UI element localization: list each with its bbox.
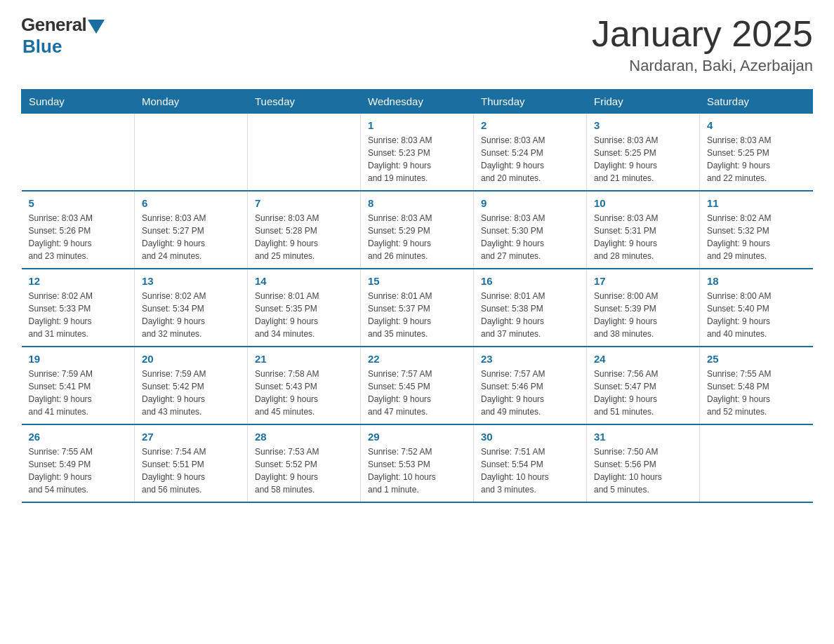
logo-blue-text: Blue bbox=[22, 36, 62, 58]
day-info: Sunrise: 8:02 AM Sunset: 5:33 PM Dayligh… bbox=[29, 290, 128, 340]
logo-general-text: General bbox=[21, 14, 86, 36]
month-title: January 2025 bbox=[592, 14, 813, 54]
location: Nardaran, Baki, Azerbaijan bbox=[592, 57, 813, 75]
calendar-cell: 7Sunrise: 8:03 AM Sunset: 5:28 PM Daylig… bbox=[248, 191, 361, 269]
day-number: 22 bbox=[368, 353, 466, 365]
day-info: Sunrise: 7:58 AM Sunset: 5:43 PM Dayligh… bbox=[255, 368, 353, 418]
day-number: 31 bbox=[594, 431, 692, 443]
title-section: January 2025 Nardaran, Baki, Azerbaijan bbox=[592, 14, 813, 75]
day-number: 25 bbox=[707, 353, 806, 365]
calendar-cell: 31Sunrise: 7:50 AM Sunset: 5:56 PM Dayli… bbox=[587, 424, 700, 502]
header-saturday: Saturday bbox=[700, 90, 813, 114]
calendar-header-row: SundayMondayTuesdayWednesdayThursdayFrid… bbox=[22, 90, 813, 114]
calendar-week-row: 1Sunrise: 8:03 AM Sunset: 5:23 PM Daylig… bbox=[22, 114, 813, 192]
day-number: 27 bbox=[142, 431, 240, 443]
day-info: Sunrise: 7:57 AM Sunset: 5:45 PM Dayligh… bbox=[368, 368, 466, 418]
calendar-cell bbox=[248, 114, 361, 192]
day-number: 4 bbox=[707, 119, 806, 131]
day-number: 28 bbox=[255, 431, 353, 443]
day-info: Sunrise: 8:03 AM Sunset: 5:25 PM Dayligh… bbox=[594, 134, 692, 185]
day-number: 17 bbox=[594, 275, 692, 287]
calendar-cell: 6Sunrise: 8:03 AM Sunset: 5:27 PM Daylig… bbox=[135, 191, 248, 269]
day-info: Sunrise: 8:03 AM Sunset: 5:27 PM Dayligh… bbox=[142, 212, 240, 262]
day-number: 3 bbox=[594, 119, 692, 131]
day-number: 20 bbox=[142, 353, 240, 365]
calendar-cell: 12Sunrise: 8:02 AM Sunset: 5:33 PM Dayli… bbox=[22, 269, 135, 347]
day-number: 19 bbox=[29, 353, 128, 365]
day-info: Sunrise: 8:01 AM Sunset: 5:35 PM Dayligh… bbox=[255, 290, 353, 340]
day-info: Sunrise: 8:00 AM Sunset: 5:39 PM Dayligh… bbox=[594, 290, 692, 340]
calendar-cell bbox=[22, 114, 135, 192]
day-info: Sunrise: 8:03 AM Sunset: 5:24 PM Dayligh… bbox=[481, 134, 579, 185]
day-info: Sunrise: 8:03 AM Sunset: 5:26 PM Dayligh… bbox=[29, 212, 128, 262]
day-number: 18 bbox=[707, 275, 806, 287]
day-info: Sunrise: 7:57 AM Sunset: 5:46 PM Dayligh… bbox=[481, 368, 579, 418]
day-info: Sunrise: 7:55 AM Sunset: 5:49 PM Dayligh… bbox=[29, 445, 128, 496]
day-info: Sunrise: 7:56 AM Sunset: 5:47 PM Dayligh… bbox=[594, 368, 692, 418]
calendar-cell: 10Sunrise: 8:03 AM Sunset: 5:31 PM Dayli… bbox=[587, 191, 700, 269]
header-monday: Monday bbox=[135, 90, 248, 114]
calendar-cell: 1Sunrise: 8:03 AM Sunset: 5:23 PM Daylig… bbox=[361, 114, 474, 192]
day-number: 26 bbox=[29, 431, 128, 443]
day-info: Sunrise: 7:51 AM Sunset: 5:54 PM Dayligh… bbox=[481, 445, 579, 496]
calendar-cell: 2Sunrise: 8:03 AM Sunset: 5:24 PM Daylig… bbox=[474, 114, 587, 192]
day-number: 14 bbox=[255, 275, 353, 287]
header-thursday: Thursday bbox=[474, 90, 587, 114]
day-number: 1 bbox=[368, 119, 466, 131]
day-number: 7 bbox=[255, 197, 353, 209]
day-number: 13 bbox=[142, 275, 240, 287]
calendar-cell: 23Sunrise: 7:57 AM Sunset: 5:46 PM Dayli… bbox=[474, 347, 587, 424]
day-number: 30 bbox=[481, 431, 579, 443]
day-info: Sunrise: 7:55 AM Sunset: 5:48 PM Dayligh… bbox=[707, 368, 806, 418]
day-info: Sunrise: 8:03 AM Sunset: 5:23 PM Dayligh… bbox=[368, 134, 466, 185]
day-info: Sunrise: 7:50 AM Sunset: 5:56 PM Dayligh… bbox=[594, 445, 692, 496]
day-number: 16 bbox=[481, 275, 579, 287]
calendar-table: SundayMondayTuesdayWednesdayThursdayFrid… bbox=[21, 89, 813, 503]
day-number: 23 bbox=[481, 353, 579, 365]
calendar-cell: 11Sunrise: 8:02 AM Sunset: 5:32 PM Dayli… bbox=[700, 191, 813, 269]
calendar-cell: 15Sunrise: 8:01 AM Sunset: 5:37 PM Dayli… bbox=[361, 269, 474, 347]
day-info: Sunrise: 8:02 AM Sunset: 5:34 PM Dayligh… bbox=[142, 290, 240, 340]
calendar-cell: 9Sunrise: 8:03 AM Sunset: 5:30 PM Daylig… bbox=[474, 191, 587, 269]
day-info: Sunrise: 7:59 AM Sunset: 5:42 PM Dayligh… bbox=[142, 368, 240, 418]
calendar-week-row: 26Sunrise: 7:55 AM Sunset: 5:49 PM Dayli… bbox=[22, 424, 813, 502]
calendar-cell: 27Sunrise: 7:54 AM Sunset: 5:51 PM Dayli… bbox=[135, 424, 248, 502]
header-wednesday: Wednesday bbox=[361, 90, 474, 114]
day-info: Sunrise: 8:00 AM Sunset: 5:40 PM Dayligh… bbox=[707, 290, 806, 340]
calendar-cell: 16Sunrise: 8:01 AM Sunset: 5:38 PM Dayli… bbox=[474, 269, 587, 347]
calendar-cell: 30Sunrise: 7:51 AM Sunset: 5:54 PM Dayli… bbox=[474, 424, 587, 502]
day-number: 29 bbox=[368, 431, 466, 443]
day-number: 5 bbox=[29, 197, 128, 209]
calendar-cell bbox=[700, 424, 813, 502]
calendar-cell: 18Sunrise: 8:00 AM Sunset: 5:40 PM Dayli… bbox=[700, 269, 813, 347]
day-info: Sunrise: 8:01 AM Sunset: 5:38 PM Dayligh… bbox=[481, 290, 579, 340]
day-info: Sunrise: 8:03 AM Sunset: 5:29 PM Dayligh… bbox=[368, 212, 466, 262]
calendar-cell: 19Sunrise: 7:59 AM Sunset: 5:41 PM Dayli… bbox=[22, 347, 135, 424]
calendar-cell: 17Sunrise: 8:00 AM Sunset: 5:39 PM Dayli… bbox=[587, 269, 700, 347]
day-number: 11 bbox=[707, 197, 806, 209]
calendar-cell: 26Sunrise: 7:55 AM Sunset: 5:49 PM Dayli… bbox=[22, 424, 135, 502]
calendar-cell: 14Sunrise: 8:01 AM Sunset: 5:35 PM Dayli… bbox=[248, 269, 361, 347]
day-number: 8 bbox=[368, 197, 466, 209]
day-info: Sunrise: 8:03 AM Sunset: 5:30 PM Dayligh… bbox=[481, 212, 579, 262]
calendar-week-row: 12Sunrise: 8:02 AM Sunset: 5:33 PM Dayli… bbox=[22, 269, 813, 347]
logo-triangle-icon bbox=[88, 20, 105, 34]
day-info: Sunrise: 8:03 AM Sunset: 5:28 PM Dayligh… bbox=[255, 212, 353, 262]
day-number: 12 bbox=[29, 275, 128, 287]
logo: General Blue bbox=[21, 14, 105, 58]
calendar-cell: 3Sunrise: 8:03 AM Sunset: 5:25 PM Daylig… bbox=[587, 114, 700, 192]
calendar-cell: 21Sunrise: 7:58 AM Sunset: 5:43 PM Dayli… bbox=[248, 347, 361, 424]
day-number: 10 bbox=[594, 197, 692, 209]
day-number: 21 bbox=[255, 353, 353, 365]
calendar-cell: 24Sunrise: 7:56 AM Sunset: 5:47 PM Dayli… bbox=[587, 347, 700, 424]
calendar-cell bbox=[135, 114, 248, 192]
header-sunday: Sunday bbox=[22, 90, 135, 114]
header-tuesday: Tuesday bbox=[248, 90, 361, 114]
day-number: 6 bbox=[142, 197, 240, 209]
calendar-cell: 8Sunrise: 8:03 AM Sunset: 5:29 PM Daylig… bbox=[361, 191, 474, 269]
day-number: 24 bbox=[594, 353, 692, 365]
day-info: Sunrise: 7:52 AM Sunset: 5:53 PM Dayligh… bbox=[368, 445, 466, 496]
day-number: 2 bbox=[481, 119, 579, 131]
day-info: Sunrise: 8:03 AM Sunset: 5:31 PM Dayligh… bbox=[594, 212, 692, 262]
calendar-cell: 25Sunrise: 7:55 AM Sunset: 5:48 PM Dayli… bbox=[700, 347, 813, 424]
